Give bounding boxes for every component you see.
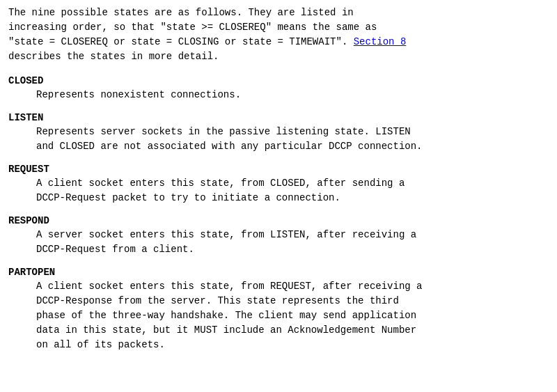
intro-line1: The nine possible states are as follows.… (8, 7, 354, 18)
intro-line2: increasing order, so that "state >= CLOS… (8, 22, 377, 33)
state-name-listen: LISTEN (8, 112, 549, 123)
state-block-closed: CLOSED Represents nonexistent connection… (8, 75, 549, 102)
states-list: CLOSED Represents nonexistent connection… (8, 75, 549, 352)
intro-paragraph: The nine possible states are as follows.… (8, 6, 549, 64)
state-name-partopen: PARTOPEN (8, 267, 549, 278)
state-desc-request: A client socket enters this state, from … (8, 176, 549, 205)
state-desc-listen: Represents server sockets in the passive… (8, 125, 549, 154)
section8-link[interactable]: Section 8 (354, 36, 407, 47)
state-desc-respond: A server socket enters this state, from … (8, 228, 549, 257)
state-block-partopen: PARTOPEN A client socket enters this sta… (8, 267, 549, 352)
state-desc-partopen: A client socket enters this state, from … (8, 279, 549, 352)
state-desc-closed: Represents nonexistent connections. (8, 88, 549, 102)
state-name-closed: CLOSED (8, 75, 549, 86)
state-name-request: REQUEST (8, 164, 549, 175)
state-name-respond: RESPOND (8, 215, 549, 226)
state-block-respond: RESPOND A server socket enters this stat… (8, 215, 549, 257)
state-block-listen: LISTEN Represents server sockets in the … (8, 112, 549, 154)
intro-line4: describes the states in more detail. (8, 51, 219, 62)
state-block-request: REQUEST A client socket enters this stat… (8, 164, 549, 205)
intro-line3: "state = CLOSEREQ or state = CLOSING or … (8, 36, 347, 47)
